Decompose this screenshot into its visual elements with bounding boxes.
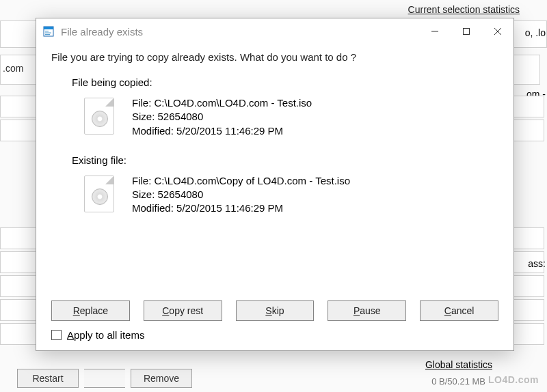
- apply-all-checkbox[interactable]: [51, 330, 62, 340]
- bg-button-frag[interactable]: [84, 369, 125, 388]
- watermark: LO4D.com: [488, 374, 539, 385]
- file-label: File:: [132, 175, 151, 186]
- prompt-text: File you are trying to copy already exis…: [51, 51, 498, 63]
- size-label: Size:: [132, 188, 155, 200]
- file-modified: 5/20/2015 11:46:29 PM: [176, 125, 283, 137]
- size-label: Size:: [132, 111, 155, 122]
- replace-button[interactable]: Replace: [51, 300, 130, 321]
- svg-rect-2: [45, 31, 49, 31]
- file-size-row: Size: 52654080: [132, 110, 312, 124]
- file-path-row: File: C:\LO4D.com\Copy of LO4D.com - Tes…: [132, 174, 350, 188]
- file-size: 52654080: [158, 188, 204, 200]
- being-copied-label: File being copied:: [72, 76, 498, 88]
- bg-label: .com: [3, 63, 23, 74]
- copy-rest-button[interactable]: Copy rest: [144, 300, 222, 321]
- apply-all-row[interactable]: Apply to all items: [51, 329, 498, 341]
- being-copied-block: File: C:\LO4D.com\LO4D.com - Test.iso Si…: [84, 96, 498, 138]
- remove-button[interactable]: Remove: [131, 369, 192, 388]
- file-exists-dialog: File already exists File you are trying …: [36, 18, 514, 351]
- stats-heading: Current selection statistics: [408, 4, 520, 15]
- bg-text-frag: ass:: [528, 258, 546, 269]
- file-path-row: File: C:\LO4D.com\LO4D.com - Test.iso: [132, 96, 312, 110]
- global-stats-heading: Global statistics: [425, 359, 492, 370]
- restart-button[interactable]: Restart: [17, 369, 79, 388]
- apply-all-label: pply to all items: [74, 329, 144, 341]
- svg-rect-3: [45, 33, 51, 33]
- existing-file-block: File: C:\LO4D.com\Copy of LO4D.com - Tes…: [84, 174, 498, 216]
- button-row: Replace Copy rest Skip Pause Cancel: [51, 300, 498, 321]
- iso-file-icon: [84, 176, 114, 212]
- pause-button[interactable]: Pause: [328, 300, 406, 321]
- svg-rect-6: [464, 29, 470, 35]
- file-modified: 5/20/2015 11:46:29 PM: [176, 202, 283, 214]
- file-modified-row: Modified: 5/20/2015 11:46:29 PM: [132, 201, 350, 215]
- existing-file-label: Existing file:: [72, 154, 498, 166]
- file-path: C:\LO4D.com\LO4D.com - Test.iso: [155, 97, 312, 109]
- iso-file-icon: [84, 98, 114, 135]
- cancel-button[interactable]: Cancel: [420, 300, 498, 321]
- minimize-button[interactable]: [419, 19, 451, 44]
- skip-button[interactable]: Skip: [236, 300, 315, 321]
- file-size: 52654080: [158, 111, 204, 122]
- titlebar[interactable]: File already exists: [36, 18, 513, 44]
- maximize-button[interactable]: [451, 19, 482, 44]
- bg-text-frag: o, .lo: [525, 27, 546, 38]
- file-path: C:\LO4D.com\Copy of LO4D.com - Test.iso: [155, 175, 351, 186]
- file-size-row: Size: 52654080: [132, 188, 350, 201]
- file-modified-row: Modified: 5/20/2015 11:46:29 PM: [132, 124, 312, 138]
- modified-label: Modified:: [132, 125, 174, 137]
- file-label: File:: [132, 97, 151, 109]
- app-icon: [43, 26, 54, 37]
- modified-label: Modified:: [132, 202, 174, 214]
- global-stats-value: 0 B/50.21 MB: [431, 376, 485, 387]
- dialog-title: File already exists: [61, 26, 143, 38]
- svg-rect-4: [45, 34, 50, 35]
- svg-rect-1: [44, 27, 53, 29]
- close-button[interactable]: [482, 19, 513, 44]
